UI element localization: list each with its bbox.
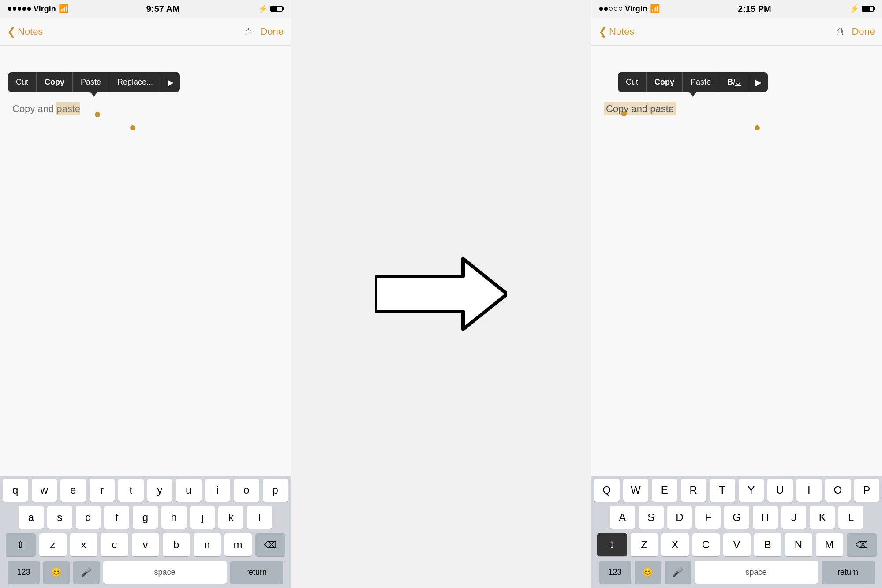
key-A-2[interactable]: A — [610, 506, 635, 529]
key-num-2[interactable]: 123 — [599, 561, 631, 584]
key-emoji-2[interactable]: 😊 — [635, 561, 661, 584]
key-K-2[interactable]: K — [810, 506, 835, 529]
key-r-1[interactable]: r — [90, 479, 115, 502]
key-W-2[interactable]: W — [623, 479, 649, 502]
key-space-1[interactable]: space — [103, 561, 227, 584]
note-text-all-selected-2: Copy and paste — [604, 102, 676, 115]
key-H-2[interactable]: H — [753, 506, 778, 529]
key-S-2[interactable]: S — [639, 506, 664, 529]
key-return-2[interactable]: return — [822, 561, 875, 584]
key-B-2[interactable]: B — [754, 533, 781, 556]
key-mic-1[interactable]: 🎤 — [73, 561, 100, 584]
ctx-paste-2[interactable]: Paste — [683, 72, 719, 92]
key-R-2[interactable]: R — [681, 479, 706, 502]
arrow-icon — [375, 254, 507, 334]
key-I-2[interactable]: I — [796, 479, 822, 502]
key-n-1[interactable]: n — [194, 533, 221, 556]
nav-back-2[interactable]: ❮ Notes — [598, 26, 634, 38]
key-N-2[interactable]: N — [785, 533, 812, 556]
key-q-1[interactable]: q — [3, 479, 28, 502]
chevron-left-icon-2: ❮ — [598, 26, 607, 38]
key-k-1[interactable]: k — [218, 506, 243, 529]
key-D-2[interactable]: D — [667, 506, 692, 529]
keyboard-2: Q W E R T Y U I O P A S D F G H J K — [591, 476, 882, 588]
key-x-1[interactable]: x — [70, 533, 97, 556]
key-i-1[interactable]: i — [205, 479, 231, 502]
ctx-biu-2[interactable]: BIU — [719, 72, 749, 92]
carrier-1: Virgin — [34, 4, 56, 14]
key-j-1[interactable]: j — [190, 506, 215, 529]
key-Z-2[interactable]: Z — [631, 533, 658, 556]
battery-fill-2 — [863, 7, 870, 11]
key-o-1[interactable]: o — [234, 479, 259, 502]
done-button-2[interactable]: Done — [852, 26, 875, 37]
key-delete-2[interactable]: ⌫ — [847, 533, 877, 556]
key-f-1[interactable]: f — [104, 506, 129, 529]
key-z-1[interactable]: z — [39, 533, 67, 556]
note-text-selected-1: paste — [56, 102, 80, 115]
key-shift-2[interactable]: ⇧ — [597, 533, 627, 556]
ctx-more-1[interactable]: ▶ — [161, 73, 180, 92]
key-d-1[interactable]: d — [76, 506, 101, 529]
key-s-1[interactable]: s — [47, 506, 72, 529]
key-return-1[interactable]: return — [230, 561, 283, 584]
ctx-copy-1[interactable]: Copy — [37, 72, 73, 92]
nav-back-1[interactable]: ❮ Notes — [7, 26, 43, 38]
key-G-2[interactable]: G — [724, 506, 749, 529]
ctx-copy-2[interactable]: Copy — [647, 72, 683, 92]
phone-panel-1: Virgin 📶 9:57 AM ⚡ ❮ Notes ⎙ Done — [0, 0, 291, 588]
status-left-2: Virgin 📶 — [599, 4, 660, 14]
bluetooth-icon-1: ⚡ — [258, 4, 268, 14]
key-e-1[interactable]: e — [60, 479, 86, 502]
key-delete-1[interactable]: ⌫ — [255, 533, 285, 556]
key-v-1[interactable]: v — [132, 533, 159, 556]
key-p-1[interactable]: p — [263, 479, 288, 502]
key-a-1[interactable]: a — [19, 506, 44, 529]
key-E-2[interactable]: E — [652, 479, 677, 502]
selection-handle-start-2 — [621, 111, 627, 116]
ctx-cut-1[interactable]: Cut — [8, 72, 37, 92]
key-X-2[interactable]: X — [662, 533, 689, 556]
key-Y-2[interactable]: Y — [739, 479, 764, 502]
key-t-1[interactable]: t — [118, 479, 144, 502]
key-O-2[interactable]: O — [825, 479, 851, 502]
dot2-5 — [619, 7, 622, 11]
share-icon-1[interactable]: ⎙ — [246, 26, 251, 37]
key-w-1[interactable]: w — [32, 479, 57, 502]
key-M-2[interactable]: M — [816, 533, 843, 556]
key-u-1[interactable]: u — [176, 479, 202, 502]
key-y-1[interactable]: y — [147, 479, 173, 502]
ctx-replace-1[interactable]: Replace... — [109, 72, 161, 92]
key-g-1[interactable]: g — [133, 506, 158, 529]
battery-2 — [862, 6, 874, 12]
key-emoji-1[interactable]: 😊 — [43, 561, 70, 584]
ctx-cut-2[interactable]: Cut — [618, 72, 647, 92]
key-b-1[interactable]: b — [163, 533, 190, 556]
share-icon-2[interactable]: ⎙ — [837, 26, 843, 37]
key-num-1[interactable]: 123 — [8, 561, 40, 584]
battery-1 — [270, 6, 283, 12]
key-mic-2[interactable]: 🎤 — [665, 561, 691, 584]
key-U-2[interactable]: U — [767, 479, 793, 502]
key-L-2[interactable]: L — [838, 506, 863, 529]
key-h-1[interactable]: h — [161, 506, 187, 529]
ctx-more-2[interactable]: ▶ — [749, 73, 768, 92]
keyboard-row-3-1: ⇧ z x c v b n m ⌫ — [0, 531, 291, 558]
key-V-2[interactable]: V — [723, 533, 751, 556]
key-c-1[interactable]: c — [101, 533, 128, 556]
svg-marker-0 — [375, 259, 507, 329]
dot2-2 — [604, 7, 608, 11]
key-C-2[interactable]: C — [692, 533, 720, 556]
key-T-2[interactable]: T — [710, 479, 735, 502]
key-F-2[interactable]: F — [695, 506, 721, 529]
key-space-2[interactable]: space — [695, 561, 818, 584]
ctx-paste-1[interactable]: Paste — [73, 72, 109, 92]
chevron-left-icon-1: ❮ — [7, 26, 16, 38]
key-Q-2[interactable]: Q — [594, 479, 620, 502]
done-button-1[interactable]: Done — [260, 26, 284, 37]
key-shift-1[interactable]: ⇧ — [6, 533, 36, 556]
key-J-2[interactable]: J — [781, 506, 807, 529]
key-P-2[interactable]: P — [854, 479, 880, 502]
key-l-1[interactable]: l — [247, 506, 272, 529]
key-m-1[interactable]: m — [224, 533, 252, 556]
